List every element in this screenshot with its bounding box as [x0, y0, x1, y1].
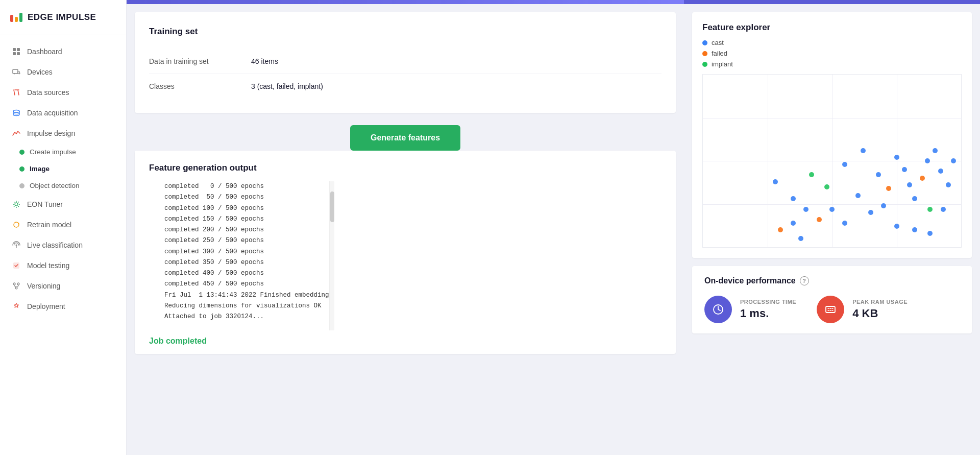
app-name: EDGE IMPULSE	[28, 12, 96, 22]
sidebar-item-devices[interactable]: Devices	[0, 62, 126, 82]
scatter-dot	[912, 227, 917, 232]
sidebar-item-label: Devices	[27, 68, 53, 76]
sidebar-item-data-acquisition[interactable]: Data acquisition	[0, 103, 126, 123]
sidebar-item-live-classification[interactable]: Live classification	[0, 235, 126, 255]
sidebar-item-label: Data sources	[27, 88, 69, 97]
sidebar-item-label: Model testing	[27, 261, 69, 270]
log-scrollbar[interactable]	[329, 181, 334, 330]
grid-line-h3	[703, 204, 961, 205]
impulse-design-icon	[12, 129, 21, 138]
performance-card: On-device performance ? PROCESSING TIME …	[692, 266, 972, 333]
grid-line-h2	[703, 161, 961, 161]
svg-point-9	[16, 245, 17, 246]
feature-output-title: Feature generation output	[149, 163, 662, 173]
sidebar-item-label: Live classification	[27, 241, 83, 249]
log-line: completed 0 / 500 epochs	[149, 181, 329, 192]
sidebar-item-label: Impulse design	[27, 129, 75, 137]
sidebar-subitem-object-detection[interactable]: Object detection	[0, 177, 126, 194]
scatter-dot	[842, 162, 847, 167]
sidebar-item-versioning[interactable]: Versioning	[0, 276, 126, 296]
live-classification-icon	[12, 241, 21, 250]
sidebar-subitem-label: Create impulse	[30, 148, 76, 156]
scatter-dot	[938, 169, 943, 174]
sidebar-subitem-create-impulse[interactable]: Create impulse	[0, 143, 126, 160]
top-bar	[127, 0, 684, 4]
sidebar-item-data-sources[interactable]: Data sources	[0, 82, 126, 103]
scatter-dot	[798, 236, 803, 241]
log-line: completed 150 / 500 epochs	[149, 214, 329, 225]
right-panel: Feature explorer cast failed implant	[684, 0, 980, 455]
feature-output-card: Feature generation output completed 0 / …	[135, 151, 676, 354]
sidebar-item-label: Data acquisition	[27, 109, 78, 117]
legend-label-implant: implant	[712, 60, 733, 68]
performance-title-text: On-device performance	[704, 276, 796, 285]
sidebar-item-impulse-design[interactable]: Impulse design	[0, 123, 126, 143]
object-detection-dot	[19, 183, 24, 188]
sidebar-item-label: EON Tuner	[27, 200, 63, 208]
scatter-plot	[702, 74, 962, 248]
svg-rect-2	[13, 52, 16, 55]
svg-point-12	[13, 283, 15, 285]
peak-ram-icon	[817, 296, 844, 323]
peak-ram-info: PEAK RAM USAGE 4 KB	[852, 299, 908, 320]
scatter-dot	[927, 207, 933, 212]
sidebar-subitem-image[interactable]: Image	[0, 160, 126, 177]
sidebar-item-label: Deployment	[27, 302, 65, 310]
job-completed-label: Job completed	[149, 337, 207, 345]
log-line: completed 300 / 500 epochs	[149, 247, 329, 257]
svg-rect-1	[17, 48, 20, 51]
main-content: Training set Data in training set 46 ite…	[127, 0, 980, 455]
sidebar-item-deployment[interactable]: Deployment	[0, 296, 126, 317]
scatter-dot	[912, 196, 917, 201]
scatter-dot	[791, 221, 796, 226]
scatter-dot	[824, 184, 829, 189]
legend-dot-implant	[702, 62, 707, 67]
classes-row: Classes 3 (cast, failed, implant)	[149, 74, 662, 99]
svg-point-8	[15, 203, 18, 206]
scatter-dot	[941, 207, 946, 212]
scatter-dot	[829, 207, 835, 212]
scatter-dot	[791, 196, 796, 201]
help-icon[interactable]: ?	[800, 276, 809, 285]
perf-metrics: PROCESSING TIME 1 ms. PEAK RAM USAGE 4 K…	[704, 296, 960, 323]
scatter-dot	[868, 210, 873, 215]
svg-rect-4	[13, 69, 18, 74]
feature-explorer-title: Feature explorer	[702, 22, 962, 33]
processing-time-metric: PROCESSING TIME 1 ms.	[704, 296, 796, 323]
scatter-dot	[902, 167, 907, 172]
scatter-dot	[855, 193, 861, 198]
data-acquisition-icon	[12, 108, 21, 117]
log-line: completed 450 / 500 epochs	[149, 279, 329, 290]
retrain-model-icon	[12, 220, 21, 229]
sidebar-subitem-label: Image	[30, 165, 50, 173]
scatter-dot	[778, 227, 783, 232]
data-training-row: Data in training set 46 items	[149, 49, 662, 74]
versioning-icon	[12, 281, 21, 291]
feature-explorer-card: Feature explorer cast failed implant	[692, 12, 972, 258]
processing-time-info: PROCESSING TIME 1 ms.	[740, 299, 796, 320]
sidebar-item-dashboard[interactable]: Dashboard	[0, 41, 126, 62]
sidebar-item-eon-tuner[interactable]: EON Tuner	[0, 194, 126, 214]
legend-label-cast: cast	[712, 39, 724, 46]
svg-rect-16	[826, 306, 835, 313]
sidebar-item-model-testing[interactable]: Model testing	[0, 255, 126, 276]
scatter-dot	[876, 172, 881, 177]
scatter-dot	[920, 176, 925, 181]
generate-features-button[interactable]: Generate features	[350, 125, 460, 151]
processing-time-value: 1 ms.	[740, 307, 796, 320]
performance-title: On-device performance ?	[704, 276, 960, 285]
log-line: Reducing dimensions for visualizations O…	[149, 301, 329, 312]
svg-point-14	[15, 287, 17, 289]
sidebar-item-label: Versioning	[27, 282, 60, 290]
deployment-icon	[12, 302, 21, 311]
sidebar-nav: Dashboard Devices Data sources Data acqu…	[0, 35, 126, 455]
generate-btn-wrap: Generate features	[127, 125, 684, 151]
logo-icon	[10, 13, 22, 22]
scatter-dot	[773, 179, 778, 184]
legend-label-failed: failed	[712, 50, 727, 57]
log-line: completed 350 / 500 epochs	[149, 257, 329, 268]
output-log[interactable]: completed 0 / 500 epochs completed 50 / …	[149, 181, 329, 330]
sidebar-item-retrain-model[interactable]: Retrain model	[0, 214, 126, 235]
legend-dot-failed	[702, 51, 707, 56]
scatter-dot	[907, 182, 912, 187]
